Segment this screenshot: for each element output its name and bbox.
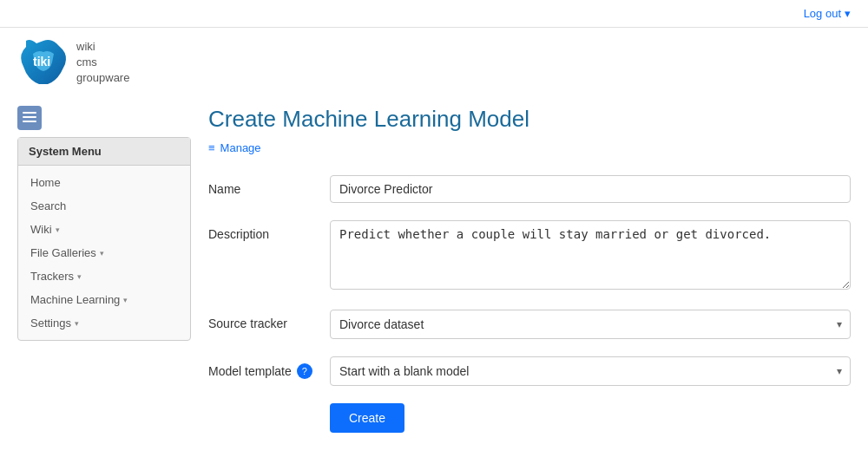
wiki-arrow-icon: ▾ [56, 225, 60, 234]
name-label: Name [208, 175, 330, 196]
svg-text:tiki: tiki [33, 55, 50, 69]
sidebar: System Menu Home Search Wiki ▾ [17, 106, 191, 341]
logout-label: Log out [804, 7, 841, 20]
sidebar-item-file-galleries[interactable]: File Galleries ▾ [18, 241, 190, 264]
name-field [330, 175, 851, 203]
menu-icon [23, 112, 36, 124]
button-row: Create [330, 403, 851, 433]
page-title: Create Machine Learning Model [208, 106, 851, 133]
model-template-help-icon[interactable]: ? [297, 363, 312, 379]
svg-rect-2 [23, 116, 36, 118]
sidebar-menu: Home Search Wiki ▾ File Gallerie [18, 166, 190, 340]
description-label: Description [208, 220, 330, 241]
page-layout: System Menu Home Search Wiki ▾ [0, 97, 868, 441]
source-tracker-field: Divorce dataset ▾ [330, 310, 851, 339]
svg-rect-3 [23, 121, 36, 122]
logo-text: wiki cms groupware [76, 39, 129, 87]
model-template-field: Start with a blank model ▾ [330, 356, 851, 386]
source-tracker-label: Source tracker [208, 310, 330, 330]
list-icon: ≡ [208, 141, 215, 154]
svg-rect-1 [23, 112, 36, 114]
sidebar-panel: System Menu Home Search Wiki ▾ [17, 137, 191, 341]
name-row: Name [208, 175, 851, 203]
sidebar-item-trackers[interactable]: Trackers ▾ [18, 264, 190, 288]
main-content: Create Machine Learning Model ≡ Manage N… [208, 106, 851, 433]
sidebar-toggle-button[interactable] [17, 106, 42, 130]
source-tracker-row: Source tracker Divorce dataset ▾ [208, 310, 851, 339]
logout-arrow: ▾ [845, 7, 851, 20]
model-template-select[interactable]: Start with a blank model [330, 356, 851, 386]
name-input[interactable] [330, 175, 851, 203]
top-bar: Log out ▾ [0, 0, 868, 28]
sidebar-title: System Menu [18, 138, 190, 166]
sidebar-item-settings[interactable]: Settings ▾ [18, 311, 190, 335]
tiki-logo: tiki [17, 36, 69, 88]
settings-arrow-icon: ▾ [75, 319, 79, 328]
create-model-form: Name Description Source tracker Div [208, 175, 851, 433]
description-field [330, 220, 851, 292]
model-template-row: Model template ? Start with a blank mode… [208, 356, 851, 386]
sidebar-item-search[interactable]: Search [18, 194, 190, 218]
logo-area: tiki wiki cms groupware [0, 28, 868, 97]
description-row: Description [208, 220, 851, 292]
sidebar-item-machine-learning[interactable]: Machine Learning ▾ [18, 288, 190, 311]
manage-link[interactable]: ≡ Manage [208, 141, 851, 154]
model-template-label: Model template [208, 364, 292, 378]
sidebar-item-home[interactable]: Home [18, 171, 190, 194]
description-textarea[interactable] [330, 220, 851, 290]
trackers-arrow-icon: ▾ [77, 272, 82, 281]
source-tracker-select[interactable]: Divorce dataset [330, 310, 851, 339]
ml-arrow-icon: ▾ [123, 296, 128, 304]
model-template-label-container: Model template ? [208, 356, 330, 379]
file-galleries-arrow-icon: ▾ [100, 249, 104, 258]
logout-link[interactable]: Log out ▾ [804, 7, 851, 20]
sidebar-item-wiki[interactable]: Wiki ▾ [18, 218, 190, 241]
create-button[interactable]: Create [330, 403, 404, 433]
